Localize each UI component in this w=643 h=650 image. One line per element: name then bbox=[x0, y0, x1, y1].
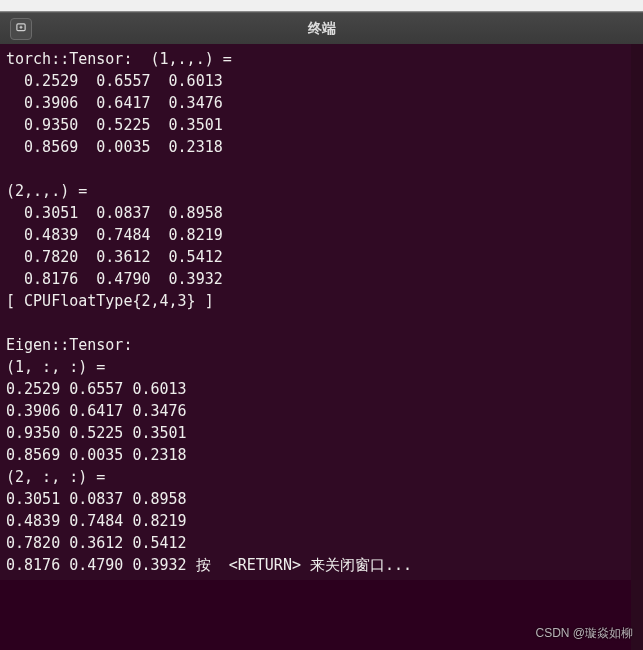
torch-slice1-row1: 0.3906 0.6417 0.3476 bbox=[6, 94, 223, 112]
eigen-slice1-row3: 0.8569 0.0035 0.2318 bbox=[6, 446, 187, 464]
scrollbar[interactable] bbox=[631, 44, 643, 650]
eigen-slice2-row1: 0.4839 0.7484 0.8219 bbox=[6, 512, 187, 530]
watermark: CSDN @璇焱如柳 bbox=[535, 625, 633, 642]
torch-slice1-row0: 0.2529 0.6557 0.6013 bbox=[6, 72, 223, 90]
eigen-slice1-header: (1, :, :) = bbox=[6, 358, 114, 376]
window-fragment-top bbox=[0, 0, 643, 12]
titlebar: 终端 bbox=[0, 12, 643, 44]
eigen-slice2-header: (2, :, :) = bbox=[6, 468, 114, 486]
eigen-slice1-row1: 0.3906 0.6417 0.3476 bbox=[6, 402, 187, 420]
torch-slice2-header: (2,.,.) = bbox=[6, 182, 96, 200]
torch-slice2-row1: 0.4839 0.7484 0.8219 bbox=[6, 226, 223, 244]
new-tab-icon bbox=[15, 19, 27, 38]
eigen-lastline: 0.8176 0.4790 0.3932 按 <RETURN> 来关闭窗口... bbox=[6, 556, 412, 574]
eigen-slice2-row0: 0.3051 0.0837 0.8958 bbox=[6, 490, 187, 508]
terminal-output[interactable]: torch::Tensor: (1,.,.) = 0.2529 0.6557 0… bbox=[0, 44, 643, 580]
window-title: 终端 bbox=[308, 20, 336, 38]
eigen-slice2-row2: 0.7820 0.3612 0.5412 bbox=[6, 534, 187, 552]
torch-slice2-row2: 0.7820 0.3612 0.5412 bbox=[6, 248, 223, 266]
torch-slice2-row0: 0.3051 0.0837 0.8958 bbox=[6, 204, 223, 222]
eigen-slice1-row2: 0.9350 0.5225 0.3501 bbox=[6, 424, 187, 442]
torch-header: torch::Tensor: (1,.,.) = bbox=[6, 50, 241, 68]
torch-slice1-row2: 0.9350 0.5225 0.3501 bbox=[6, 116, 223, 134]
torch-slice2-row3: 0.8176 0.4790 0.3932 bbox=[6, 270, 223, 288]
torch-footer: [ CPUFloatType{2,4,3} ] bbox=[6, 292, 214, 310]
new-tab-button[interactable] bbox=[10, 18, 32, 40]
torch-slice1-row3: 0.8569 0.0035 0.2318 bbox=[6, 138, 223, 156]
eigen-header: Eigen::Tensor: bbox=[6, 336, 132, 354]
eigen-slice1-row0: 0.2529 0.6557 0.6013 bbox=[6, 380, 187, 398]
